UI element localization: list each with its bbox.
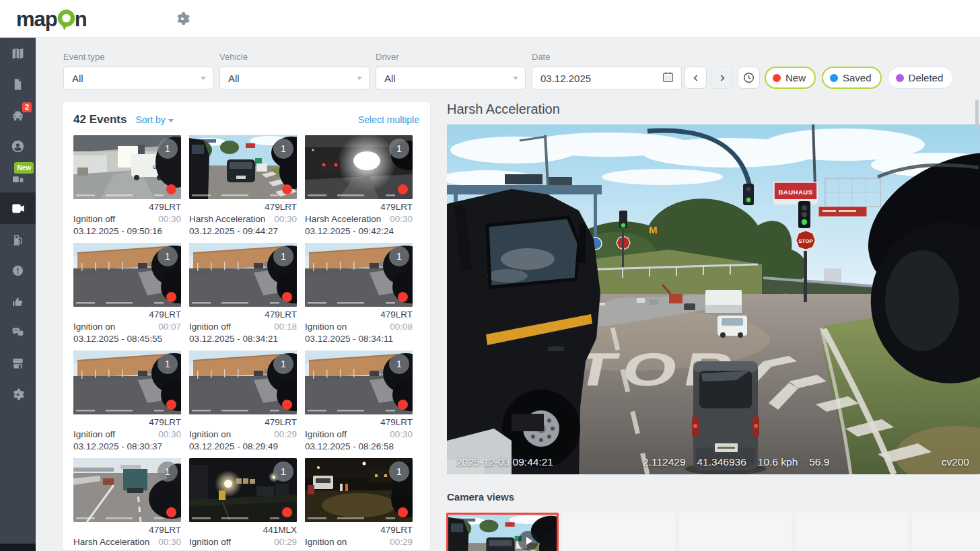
camera-count-badge: 1	[273, 354, 293, 374]
event-card[interactable]: 1 479LRT Harsh Acceleration 00:30 03.12.…	[189, 135, 297, 238]
new-status-dot	[398, 400, 408, 410]
main-video-player[interactable]: M BAUHAUS	[447, 124, 980, 474]
sidebar-item-users[interactable]	[0, 131, 36, 161]
event-thumbnail[interactable]: 1	[305, 135, 413, 199]
vehicle-plate: 479LRT	[305, 202, 413, 214]
event-type: Harsh Acceleration	[305, 214, 381, 226]
event-thumbnail[interactable]: 1	[305, 243, 413, 307]
svg-text:M: M	[649, 224, 658, 235]
sidebar-item-messages[interactable]	[0, 317, 36, 348]
sidebar-item-settings[interactable]	[0, 379, 36, 410]
camera-id-label: cv200	[942, 456, 969, 468]
vehicle-select[interactable]: All	[219, 67, 370, 89]
camera-view-placeholder[interactable]	[679, 513, 792, 551]
camera-view-placeholder[interactable]	[796, 513, 908, 551]
event-card[interactable]: 1 441MLX Ignition off 00:29	[189, 458, 297, 551]
driver-select[interactable]: All	[376, 67, 526, 89]
camera-count-badge: 1	[389, 354, 409, 374]
event-thumbnail[interactable]: 1	[73, 458, 181, 522]
next-day-button[interactable]	[711, 67, 733, 89]
event-thumbnail[interactable]: 1	[189, 243, 297, 307]
vehicle-plate: 479LRT	[73, 309, 181, 322]
status-pills: NewSavedDeleted	[765, 67, 953, 89]
sidebar-item-map[interactable]	[0, 38, 36, 69]
status-pill-label: Saved	[843, 72, 872, 83]
mapon-logo[interactable]: mapn	[16, 7, 87, 32]
sidebar-item-documents[interactable]	[0, 69, 36, 100]
chevron-left-icon	[691, 73, 701, 83]
event-thumbnail[interactable]: 1	[305, 351, 413, 414]
sidebar-item-behaviour[interactable]	[0, 286, 36, 317]
event-thumbnail[interactable]: 1	[73, 135, 181, 199]
event-thumbnail[interactable]: 1	[73, 351, 181, 414]
event-card[interactable]: 1 479LRT Ignition on 00:29	[305, 458, 413, 551]
event-card[interactable]: 1 479LRT Ignition off 00:30 03.12.2025 -…	[73, 351, 181, 453]
new-status-dot	[282, 507, 292, 517]
camera-count-badge: 1	[273, 246, 293, 266]
camera-count-badge: 1	[389, 462, 409, 482]
sidebar-item-marketplace[interactable]	[0, 348, 36, 379]
camera-view-thumbnail[interactable]	[446, 513, 559, 551]
vertical-scrollbar[interactable]	[975, 100, 979, 129]
camera-count-badge: 1	[273, 462, 293, 482]
play-icon[interactable]	[518, 531, 538, 551]
sort-by-label: Sort by	[135, 114, 165, 125]
sort-by-button[interactable]: Sort by	[135, 114, 173, 125]
vehicle-plate: 479LRT	[305, 309, 413, 322]
event-card[interactable]: 1 479LRT Ignition off 00:18 03.12.2025 -…	[189, 243, 297, 346]
new-status-dot	[398, 292, 408, 302]
event-card[interactable]: 1 479LRT Ignition off 00:30 03.12.2025 -…	[73, 135, 181, 238]
event-thumbnail[interactable]: 1	[189, 135, 297, 199]
date-value: 03.12.2025	[540, 73, 591, 84]
event-duration: 00:08	[390, 322, 413, 334]
event-card[interactable]: 1 479LRT Ignition off 00:30 03.12.2025 -…	[305, 351, 413, 453]
sidebar-item-reports[interactable]: New	[0, 161, 36, 192]
sidebar-item-camera[interactable]	[0, 192, 36, 224]
new-status-dot	[282, 184, 292, 194]
prev-day-button[interactable]	[685, 67, 707, 89]
vehicle-plate: 479LRT	[73, 417, 181, 429]
event-thumbnail[interactable]: 1	[189, 458, 297, 522]
sidebar-item-alerts[interactable]	[0, 255, 36, 286]
event-card[interactable]: 1 479LRT Ignition on 00:08 03.12.2025 - …	[305, 243, 413, 346]
date-input[interactable]: 03.12.2025	[532, 67, 682, 89]
history-button[interactable]	[738, 67, 760, 89]
sidebar-item-vehicles[interactable]: 2	[0, 100, 36, 131]
event-card[interactable]: 1 479LRT Harsh Acceleration 00:30 03.12.…	[305, 135, 413, 238]
event-type: Harsh Acceleration	[73, 537, 149, 549]
event-duration: 00:29	[274, 429, 297, 441]
status-dot	[830, 74, 838, 82]
camera-view-placeholder[interactable]	[563, 513, 675, 551]
event-thumbnail[interactable]: 1	[305, 458, 413, 522]
vehicle-plate: 479LRT	[73, 202, 181, 214]
event-card[interactable]: 1 479LRT Ignition on 00:29 03.12.2025 - …	[189, 351, 297, 453]
status-pill-saved[interactable]: Saved	[822, 67, 882, 89]
event-thumbnail[interactable]: 1	[189, 351, 297, 414]
heading-value: 56.9	[809, 456, 829, 468]
event-type-select[interactable]: All	[63, 67, 213, 89]
vehicle-plate: 441MLX	[189, 525, 297, 537]
event-type: Ignition off	[189, 322, 231, 334]
event-card[interactable]: 1 479LRT Ignition on 00:07 03.12.2025 - …	[73, 243, 181, 346]
svg-text:BAUHAUS: BAUHAUS	[779, 188, 813, 196]
header-settings-gear-icon[interactable]	[174, 11, 191, 28]
select-multiple-link[interactable]: Select multiple	[358, 114, 419, 125]
event-datetime: 03.12.2025 - 08:29:49	[189, 441, 297, 453]
event-type: Ignition on	[305, 537, 347, 549]
event-thumbnail[interactable]: 1	[73, 243, 181, 307]
status-pill-label: Deleted	[909, 72, 944, 83]
event-duration: 00:30	[274, 214, 297, 226]
vehicle-plate: 479LRT	[305, 417, 413, 429]
events-panel: 42 Events Sort by Select multiple 1 479L…	[62, 101, 431, 551]
vehicle-plate: 479LRT	[189, 202, 297, 214]
events-count: 42 Events	[73, 113, 127, 126]
camera-view-placeholder[interactable]	[912, 513, 980, 551]
status-pill-new[interactable]: New	[765, 67, 816, 89]
event-type: Ignition off	[73, 429, 115, 441]
event-datetime: 03.12.2025 - 09:42:24	[305, 226, 413, 238]
vehicle-label: Vehicle	[219, 52, 248, 62]
sidebar-item-fuel[interactable]	[0, 224, 36, 255]
event-card[interactable]: 1 479LRT Harsh Acceleration 00:30	[73, 458, 181, 551]
status-pill-deleted[interactable]: Deleted	[888, 67, 954, 89]
event-type: Ignition off	[305, 429, 347, 441]
